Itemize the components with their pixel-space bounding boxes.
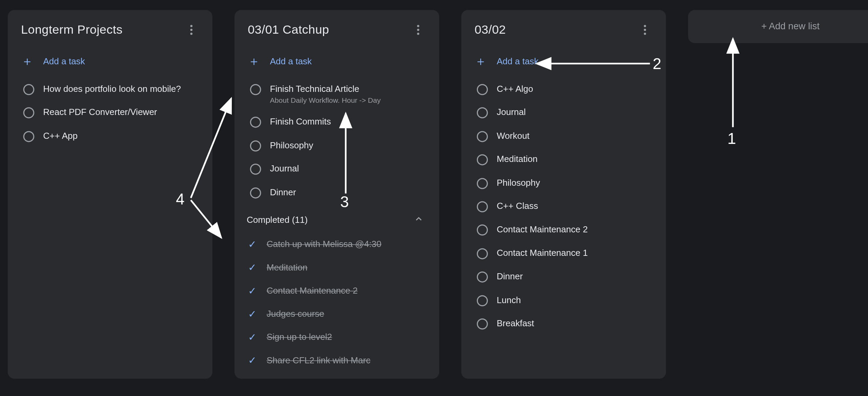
task-checkbox[interactable]: [250, 140, 261, 151]
task-checkbox[interactable]: [250, 187, 261, 198]
task-text: Lunch: [497, 294, 521, 306]
task-checkbox[interactable]: [23, 108, 34, 119]
add-task-button[interactable]: ＋ Add a task: [8, 48, 212, 78]
list-menu-button[interactable]: [408, 20, 428, 40]
task-text: How does portfolio look on mobile?: [43, 83, 181, 95]
task-container: C++ Algo Journal Workout Meditation Phil…: [461, 78, 666, 335]
add-list-label: + Add new list: [761, 21, 820, 32]
task-checkbox[interactable]: [477, 108, 488, 119]
task-text: Contact Maintenance 2: [497, 224, 588, 236]
check-icon: ✓: [247, 262, 258, 274]
task-item[interactable]: Contact Maintenance 2: [473, 218, 662, 242]
completed-task-item[interactable]: ✓ Share CFL2 link with Marc: [247, 349, 435, 372]
task-item[interactable]: Dinner: [247, 181, 435, 204]
completed-text: Contact Maintenance 2: [267, 286, 357, 296]
task-checkbox[interactable]: [477, 225, 488, 236]
task-text: Finish Commits: [270, 116, 331, 128]
task-text: Dinner: [497, 270, 523, 283]
plus-icon: ＋: [248, 55, 260, 68]
add-task-label: Add a task: [497, 56, 539, 66]
completed-task-item[interactable]: ✓ Sign up to level2: [247, 326, 435, 349]
completed-text: Judges course: [267, 309, 324, 319]
task-item[interactable]: Finish Commits: [247, 110, 435, 134]
completed-task-item[interactable]: ✓ Contact Maintenance 2: [247, 279, 435, 302]
add-task-button[interactable]: ＋ Add a task: [461, 48, 666, 78]
task-checkbox[interactable]: [477, 154, 488, 166]
task-checkbox[interactable]: [477, 248, 488, 259]
task-checkbox[interactable]: [477, 84, 488, 95]
completed-task-item[interactable]: ✓ Judges course: [247, 302, 435, 326]
task-text: Journal: [270, 163, 299, 175]
list-title: 03/01 Catchup: [248, 23, 329, 37]
task-item[interactable]: Journal: [473, 101, 662, 124]
task-text: Finish Technical Article: [270, 83, 381, 95]
plus-icon: ＋: [21, 55, 33, 68]
task-checkbox[interactable]: [477, 201, 488, 212]
task-item[interactable]: Dinner: [473, 265, 662, 288]
task-list-longterm: Longterm Projects ＋ Add a task How does …: [8, 10, 212, 379]
task-container: How does portfolio look on mobile? React…: [8, 78, 212, 148]
task-checkbox[interactable]: [477, 131, 488, 142]
check-icon: ✓: [247, 308, 258, 320]
check-icon: ✓: [247, 285, 258, 297]
task-checkbox[interactable]: [477, 295, 488, 306]
completed-text: Catch up with Melissa @4:30: [267, 240, 381, 249]
completed-toggle[interactable]: Completed (11): [247, 204, 435, 233]
task-item[interactable]: Lunch: [473, 288, 662, 312]
task-checkbox[interactable]: [477, 318, 488, 330]
list-menu-button[interactable]: [181, 20, 202, 40]
task-list-catchup: 03/01 Catchup ＋ Add a task Finish Techni…: [235, 10, 439, 379]
task-checkbox[interactable]: [477, 178, 488, 189]
kebab-icon: [190, 25, 193, 35]
task-item[interactable]: C++ Class: [473, 195, 662, 218]
plus-icon: ＋: [475, 55, 487, 68]
task-item[interactable]: Finish Technical Article About Daily Wor…: [247, 78, 435, 111]
add-task-label: Add a task: [43, 56, 85, 66]
task-item[interactable]: How does portfolio look on mobile?: [20, 78, 208, 101]
completed-task-item[interactable]: ✓ Meditation: [247, 256, 435, 279]
task-list-0302: 03/02 ＋ Add a task C++ Algo Journal Work…: [461, 10, 666, 379]
add-task-button[interactable]: ＋ Add a task: [235, 48, 439, 78]
task-container: Finish Technical Article About Daily Wor…: [235, 78, 439, 372]
task-item[interactable]: Journal: [247, 157, 435, 181]
task-item[interactable]: React PDF Converter/Viewer: [20, 101, 208, 124]
task-subtitle: About Daily Workflow. Hour -> Day: [270, 96, 381, 104]
task-checkbox[interactable]: [250, 164, 261, 175]
task-item[interactable]: Meditation: [473, 148, 662, 171]
task-checkbox[interactable]: [477, 271, 488, 283]
completed-text: Meditation: [267, 263, 307, 273]
task-board: Longterm Projects ＋ Add a task How does …: [0, 0, 868, 389]
list-menu-button[interactable]: [635, 20, 655, 40]
task-text: Journal: [497, 106, 526, 119]
task-checkbox[interactable]: [23, 131, 34, 142]
add-list-button[interactable]: + Add new list: [688, 10, 868, 43]
task-text: Breakfast: [497, 317, 534, 330]
task-checkbox[interactable]: [23, 84, 34, 95]
check-icon: ✓: [247, 354, 258, 367]
list-title: 03/02: [475, 23, 506, 37]
list-title: Longterm Projects: [21, 23, 123, 37]
task-text: Dinner: [270, 186, 296, 198]
task-text: Philosophy: [270, 139, 313, 151]
task-item[interactable]: Philosophy: [473, 171, 662, 195]
task-text: React PDF Converter/Viewer: [43, 106, 157, 119]
task-item[interactable]: C++ Algo: [473, 78, 662, 101]
task-text: Meditation: [497, 153, 537, 165]
add-task-label: Add a task: [270, 56, 312, 66]
completed-task-item[interactable]: ✓ Catch up with Melissa @4:30: [247, 233, 435, 256]
task-checkbox[interactable]: [250, 117, 261, 128]
list-header: 03/02: [461, 10, 666, 48]
task-item[interactable]: Philosophy: [247, 134, 435, 157]
completed-text: Share CFL2 link with Marc: [267, 356, 370, 365]
task-text: C++ Algo: [497, 83, 533, 95]
task-item[interactable]: Workout: [473, 124, 662, 148]
task-text: C++ Class: [497, 200, 538, 212]
task-item[interactable]: C++ App: [20, 124, 208, 148]
kebab-icon: [417, 25, 419, 35]
task-item[interactable]: Breakfast: [473, 312, 662, 335]
list-header: 03/01 Catchup: [235, 10, 439, 48]
completed-label: Completed (11): [247, 215, 308, 225]
task-item[interactable]: Contact Maintenance 1: [473, 242, 662, 265]
check-icon: ✓: [247, 238, 258, 250]
task-checkbox[interactable]: [250, 84, 261, 95]
